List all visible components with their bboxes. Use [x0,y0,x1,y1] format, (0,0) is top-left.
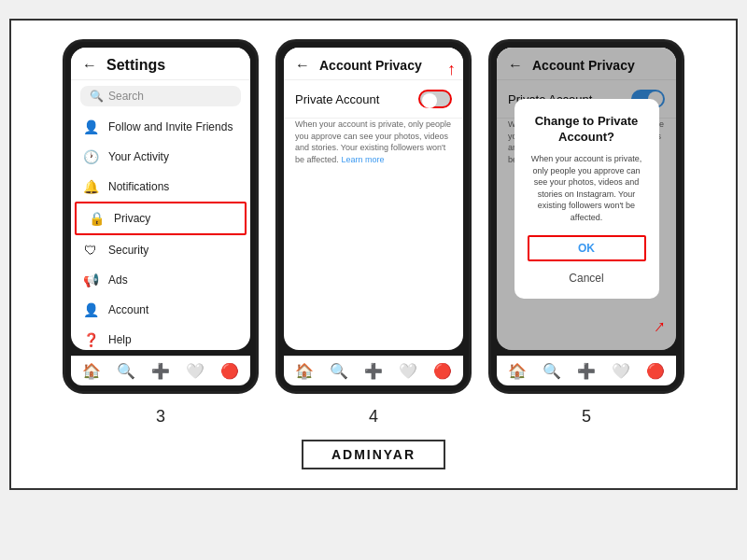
dialog-cancel-button[interactable]: Cancel [528,269,646,287]
menu-item-security[interactable]: 🛡 Security [71,235,250,265]
phone5-label: 5 [582,407,591,427]
activity-icon: 🕐 [82,149,99,164]
phone5-bottom-nav: 🏠 🔍 ➕ 🤍 🔴 [497,356,676,385]
phone4-bottom-nav: 🏠 🔍 ➕ 🤍 🔴 [284,356,463,385]
dialog-ok-button[interactable]: OK [528,235,646,261]
nav4-profile-icon[interactable]: 🔴 [433,362,452,380]
phone3-wrapper: ← Settings 🔍 Search 👤 Follow and Invite … [63,39,259,427]
phone4-title: Account Privacy [319,58,422,73]
menu-item-ads[interactable]: 📢 Ads [71,265,250,295]
private-account-row: Private Account ↑ [284,80,463,119]
nav-profile-icon[interactable]: 🔴 [220,362,239,380]
follow-icon: 👤 [82,119,99,134]
main-container: ← Settings 🔍 Search 👤 Follow and Invite … [9,19,738,490]
nav5-profile-icon[interactable]: 🔴 [646,362,665,380]
phone4-header: ← Account Privacy [284,48,463,80]
phone3-label: 3 [156,407,165,427]
ads-icon: 📢 [82,273,99,287]
phone5-screen: ← Account Privacy Private Account When y… [497,48,676,350]
dialog-desc: When your account is private, only peopl… [528,153,646,224]
settings-title: Settings [106,57,165,74]
settings-header: ← Settings [71,48,250,80]
phone4-back-arrow[interactable]: ← [295,57,310,74]
menu-item-follow[interactable]: 👤 Follow and Invite Friends [71,112,250,142]
phone3-bottom-nav: 🏠 🔍 ➕ 🤍 🔴 [71,356,250,385]
phone5-wrapper: ← Account Privacy Private Account When y… [488,39,684,427]
nav5-add-icon[interactable]: ➕ [577,362,596,380]
phone4-label: 4 [369,407,378,427]
search-bar[interactable]: 🔍 Search [80,86,241,106]
phone4: ← Account Privacy Private Account ↑ When… [275,39,472,394]
menu-item-activity[interactable]: 🕐 Your Activity [71,142,250,172]
help-icon: ❓ [82,332,99,347]
private-account-label: Private Account [295,92,379,106]
menu-item-privacy-label: Privacy [114,212,150,225]
dialog-overlay: Change to Private Account? When your acc… [497,48,676,350]
menu-item-account[interactable]: 👤 Account [71,295,250,325]
phone3: ← Settings 🔍 Search 👤 Follow and Invite … [63,39,259,394]
menu-item-help-label: Help [108,333,132,346]
phone4-privacy-desc: When your account is private, only peopl… [284,119,463,173]
menu-item-help[interactable]: ❓ Help [71,325,250,350]
nav-home-icon[interactable]: 🏠 [82,362,101,380]
phone3-screen: ← Settings 🔍 Search 👤 Follow and Invite … [71,48,250,350]
dialog-title: Change to Private Account? [528,114,646,146]
menu-item-activity-label: Your Activity [108,150,169,163]
change-private-dialog: Change to Private Account? When your acc… [514,99,659,298]
phones-row: ← Settings 🔍 Search 👤 Follow and Invite … [30,39,717,427]
nav5-search-icon[interactable]: 🔍 [543,362,561,380]
menu-item-account-label: Account [108,303,148,316]
footer-brand: ADMINYAR [302,440,445,469]
account-icon: 👤 [82,302,99,317]
nav4-search-icon[interactable]: 🔍 [330,362,348,380]
menu-item-notifications[interactable]: 🔔 Notifications [71,172,250,202]
nav-add-icon[interactable]: ➕ [151,362,170,380]
menu-item-privacy[interactable]: 🔒 Privacy ➤ [75,202,247,235]
nav4-heart-icon[interactable]: 🤍 [399,362,417,380]
privacy-icon: 🔒 [88,211,105,226]
menu-item-ads-label: Ads [108,273,128,287]
phone4-wrapper: ← Account Privacy Private Account ↑ When… [275,39,472,427]
learn-more-link4[interactable]: Learn more [341,155,384,164]
nav5-heart-icon[interactable]: 🤍 [612,362,630,380]
toggle-knob [422,93,437,108]
nav4-home-icon[interactable]: 🏠 [295,362,314,380]
search-icon: 🔍 [90,90,104,103]
menu-item-notifications-label: Notifications [108,180,169,193]
back-arrow-icon[interactable]: ← [82,57,97,74]
notifications-icon: 🔔 [82,179,99,194]
nav-heart-icon[interactable]: 🤍 [186,362,204,380]
red-arrow-toggle: ↑ [447,60,456,79]
nav4-add-icon[interactable]: ➕ [364,362,383,380]
security-icon: 🛡 [82,243,99,258]
nav5-home-icon[interactable]: 🏠 [508,362,527,380]
menu-item-security-label: Security [108,244,148,257]
phone5: ← Account Privacy Private Account When y… [488,39,684,394]
search-placeholder: Search [108,90,144,103]
menu-item-follow-label: Follow and Invite Friends [108,120,233,133]
phone4-screen: ← Account Privacy Private Account ↑ When… [284,48,463,350]
nav-search-icon[interactable]: 🔍 [117,362,135,380]
private-account-toggle[interactable] [418,90,452,108]
